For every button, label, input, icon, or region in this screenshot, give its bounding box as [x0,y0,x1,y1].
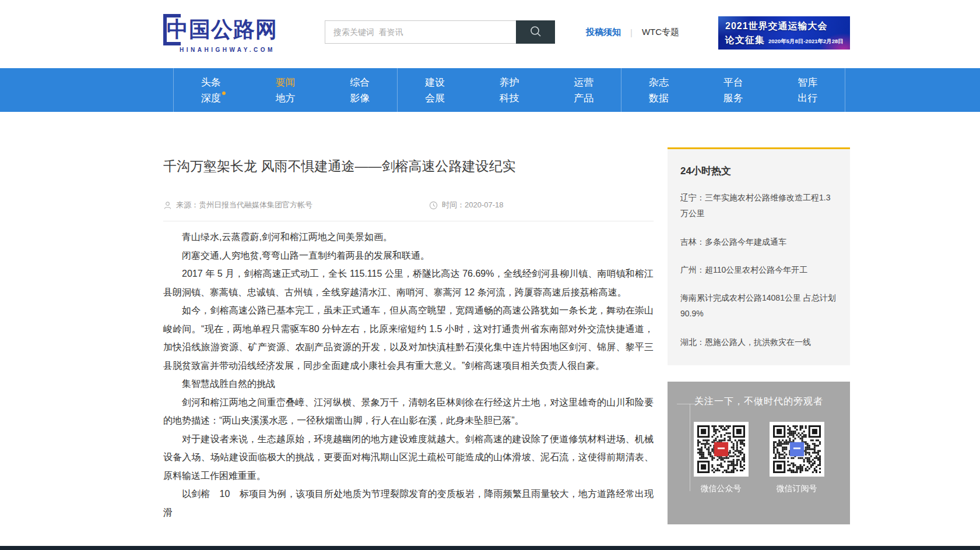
nav-col-yunying-chanpin[interactable]: 运营 产品 [546,68,621,112]
banner-date: 2020年5月8日-2021年2月28日 [768,38,844,45]
nav-item-yaowen-active[interactable]: 要闻 [276,77,296,87]
article-source: 来源：贵州日报当代融媒体集团官方帐号 [163,200,312,210]
logo-text: 中国公路网 [167,15,278,44]
nav-item-chuxing[interactable]: 出行 [798,93,817,103]
qr-code-wechat-subscription [770,422,824,477]
main-nav: 头条 深度 要闻 地方 综合 影像 建设 会展 养护 科技 运营 [0,68,980,112]
nav-group-1: 头条 深度 要闻 地方 综合 影像 [173,68,397,112]
search-input[interactable] [325,21,516,43]
nav-group-3: 杂志 数据 平台 服务 智库 出行 [621,68,845,112]
banner-title: 2021世界交通运输大会 [725,20,850,33]
nav-col-yanghu-keji[interactable]: 养护 科技 [472,68,547,112]
header-links: 投稿须知 | WTC专题 [586,19,691,45]
wtc-2021-banner[interactable]: 2021世界交通运输大会 论文征集 2020年5月8日-2021年2月28日 [718,16,850,50]
nav-item-chanpin[interactable]: 产品 [574,93,593,103]
nav-col-toutiao-shendu[interactable]: 头条 深度 [174,68,248,112]
nav-col-yaowen-difang[interactable]: 要闻 地方 [248,68,323,112]
nav-col-pingtai-fuwu[interactable]: 平台 服务 [696,68,771,112]
qr-label-official: 微信公众号 [701,484,742,494]
hot-article-link[interactable]: 辽宁：三年实施农村公路维修改造工程1.3万公里 [680,190,838,222]
hot-article-link[interactable]: 吉林：多条公路今年建成通车 [680,234,838,250]
nav-item-difang[interactable]: 地方 [276,93,296,103]
nav-item-keji[interactable]: 科技 [500,93,519,103]
clock-icon [429,201,438,210]
wtc-topic-link[interactable]: WTC专题 [642,27,679,38]
nav-item-pingtai[interactable]: 平台 [723,77,743,87]
hot-article-link[interactable]: 广州：超110公里农村公路今年开工 [680,262,838,278]
meta-divider [163,221,654,221]
hot-articles-box: 24小时热文 辽宁：三年实施农村公路维修改造工程1.3万公里 吉林：多条公路今年… [668,147,850,365]
hot-articles-title: 24小时热文 [680,164,838,178]
article-meta: 来源：贵州日报当代融媒体集团官方帐号 时间：2020-07-18 [163,200,654,210]
notification-dot [222,91,226,95]
article-paragraph: 青山绿水,云蒸霞蔚,剑河和榕江两地之间美景如画。 [163,228,654,246]
nav-item-yingxiang[interactable]: 影像 [350,93,370,103]
article-paragraph: 对于建设者来说，生态越原始，环境越幽闭的地方建设难度就越大。剑榕高速的建设除了便… [163,430,654,485]
nav-item-yunying[interactable]: 运营 [574,77,593,87]
nav-item-zazhi[interactable]: 杂志 [649,77,669,87]
site-logo[interactable]: 中国公路网 HINAHIGHWAY.COM [163,14,286,53]
nav-item-shuju[interactable]: 数据 [649,93,669,103]
link-separator: | [630,27,633,37]
nav-item-fuwu[interactable]: 服务 [723,93,743,103]
nav-col-jianshe-huizhan[interactable]: 建设 会展 [398,68,472,112]
follow-title: 关注一下，不做时代的旁观者 [668,396,850,408]
nav-item-jianshe[interactable]: 建设 [425,77,445,87]
article: 千沟万壑架长龙 风雨不惧建通途——剑榕高速公路建设纪实 来源：贵州日报当代融媒体… [163,112,654,521]
nav-item-shendu[interactable]: 深度 [201,93,221,103]
qr-code-wechat-official [694,422,749,477]
article-paragraph: 如今，剑榕高速公路已基本完工，虽未正式通车，但从高空眺望，宽阔通畅的高速公路犹如… [163,301,654,375]
nav-group-2: 建设 会展 养护 科技 运营 产品 [397,68,621,112]
article-paragraph: 剑河和榕江两地之间重峦叠嶂、江河纵横、景象万千，清朝名臣林则徐在行经这片土地，对… [163,393,654,430]
nav-item-huizhan[interactable]: 会展 [425,93,445,103]
article-paragraph: 以剑榕 10 标项目为例，该项目所处地质为节理裂隙发育的变质板岩，降雨频繁且雨量… [163,485,654,521]
search-button[interactable] [516,20,555,44]
nav-item-toutiao[interactable]: 头条 [201,77,221,87]
article-paragraph: 闭塞交通,人穷地贫,弯弯山路一直制约着两县的发展和联通。 [163,246,654,265]
article-paragraph: 集智慧战胜自然的挑战 [163,375,654,393]
hot-article-link[interactable]: 海南累计完成农村公路14081公里 占总计划90.9% [680,290,838,322]
site-header: 中国公路网 HINAHIGHWAY.COM 投稿须知 | WTC专题 2021世… [0,0,980,68]
nav-col-zhiku-chuxing[interactable]: 智库 出行 [771,68,845,112]
nav-item-zhiku[interactable]: 智库 [798,77,817,87]
nav-item-zonghe[interactable]: 综合 [350,77,370,87]
nav-col-zonghe-yingxiang[interactable]: 综合 影像 [322,68,397,112]
sidebar: 24小时热文 辽宁：三年实施农村公路维修改造工程1.3万公里 吉林：多条公路今年… [668,147,850,524]
article-time: 时间：2020-07-18 [429,200,504,210]
article-title: 千沟万壑架长龙 风雨不惧建通途——剑榕高速公路建设纪实 [163,157,654,175]
decorative-line [690,404,690,491]
hot-article-link[interactable]: 湖北：恩施公路人，抗洪救灾在一线 [680,334,838,350]
qr-cell-subscription: 微信订阅号 [770,422,824,494]
nav-item-yanghu[interactable]: 养护 [500,77,519,87]
article-paragraph: 2017 年 5 月，剑榕高速正式动工，全长 115.115 公里，桥隧比高达 … [163,265,654,301]
search-box [325,20,516,44]
qr-cell-official: 微信公众号 [694,422,749,494]
submission-notice-link[interactable]: 投稿须知 [586,27,621,38]
article-body: 青山绿水,云蒸霞蔚,剑河和榕江两地之间美景如画。 闭塞交通,人穷地贫,弯弯山路一… [163,228,654,521]
nav-col-zazhi-shuju[interactable]: 杂志 数据 [621,68,696,112]
footer-bar [0,546,980,550]
qr-label-subscription: 微信订阅号 [777,484,817,494]
search-icon [529,24,543,40]
logo-domain-text: HINAHIGHWAY.COM [163,47,286,53]
wechat-follow-box: 关注一下，不做时代的旁观者 微信公众号 微信订阅号 [668,382,850,524]
decorative-line [677,404,696,404]
person-icon [163,201,172,210]
banner-cta: 论文征集 [725,34,765,47]
